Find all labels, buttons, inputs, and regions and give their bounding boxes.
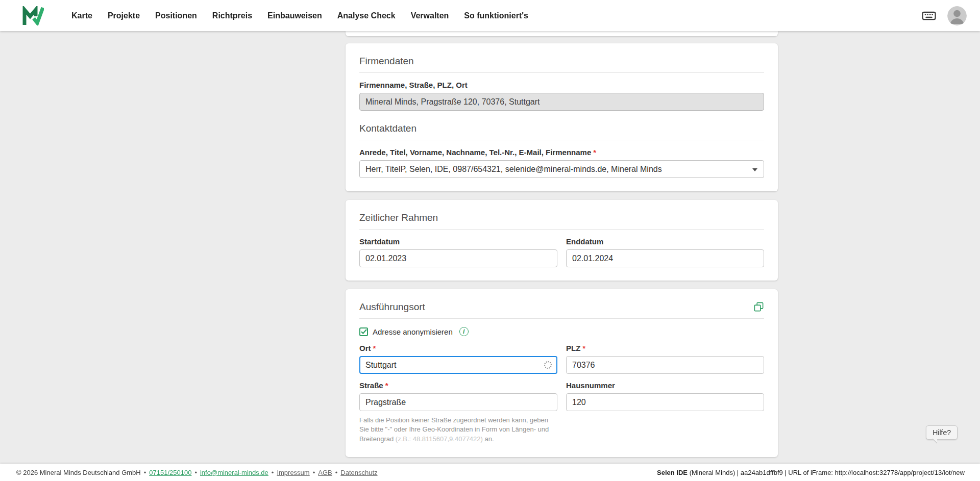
navbar-right bbox=[921, 6, 967, 26]
plz-label-text: PLZ bbox=[566, 344, 580, 352]
zeitraum-title: Zeitlicher Rahmen bbox=[359, 212, 764, 230]
ort-field: Ort* bbox=[359, 344, 557, 374]
terminal-icon[interactable] bbox=[921, 8, 937, 24]
nav-item-richtpreis[interactable]: Richtpreis bbox=[212, 11, 252, 20]
info-icon[interactable]: i bbox=[459, 327, 469, 336]
firmenname-readonly-field: Mineral Minds, Pragstraße 120, 70376, St… bbox=[359, 93, 764, 111]
anonymize-label: Adresse anonymisieren bbox=[373, 327, 453, 336]
strasse-hint: Falls die Position keiner Straße zugeord… bbox=[359, 416, 557, 444]
footer-phone-link[interactable]: 07151/250100 bbox=[149, 469, 191, 476]
partial-card-top bbox=[346, 31, 778, 36]
kontakt-label-text: Anrede, Titel, Vorname, Nachname, Tel.-N… bbox=[359, 148, 591, 157]
strasse-input[interactable] bbox=[359, 393, 557, 411]
help-button[interactable]: Hilfe? bbox=[926, 425, 958, 440]
enddatum-input[interactable] bbox=[566, 249, 764, 267]
footer-left: © 2026 Mineral Minds Deutschland GmbH • … bbox=[16, 469, 378, 476]
anonymize-checkbox[interactable] bbox=[359, 327, 368, 336]
nav-item-analyse-check[interactable]: Analyse Check bbox=[337, 11, 396, 20]
nav-item-einbauweisen[interactable]: Einbauweisen bbox=[267, 11, 322, 20]
hint-example: (z.B.: 48.8115607,9.4077422) bbox=[396, 435, 483, 443]
footer-email-link[interactable]: info@mineral-minds.de bbox=[200, 469, 268, 476]
chevron-down-icon bbox=[752, 168, 757, 171]
plz-label: PLZ* bbox=[566, 344, 764, 352]
hint-suffix: an. bbox=[483, 435, 494, 443]
footer-impressum-link[interactable]: Impressum bbox=[277, 469, 309, 476]
kontakt-select-value: Herr, TitelP, Selen, IDE, 0987/654321, s… bbox=[365, 165, 662, 174]
startdatum-input[interactable] bbox=[359, 249, 557, 267]
main-nav: Karte Projekte Positionen Richtpreis Ein… bbox=[71, 11, 528, 20]
firmenname-label-text: Firmenname, Straße, PLZ, Ort bbox=[359, 81, 468, 89]
footer-separator: • bbox=[194, 469, 197, 476]
startdatum-field: Startdatum bbox=[359, 237, 557, 267]
plz-input[interactable] bbox=[566, 356, 764, 374]
top-navbar: Karte Projekte Positionen Richtpreis Ein… bbox=[0, 0, 980, 31]
required-marker: * bbox=[593, 148, 596, 157]
user-avatar-icon[interactable] bbox=[947, 6, 967, 26]
enddatum-field: Enddatum bbox=[566, 237, 764, 267]
kontakt-label: Anrede, Titel, Vorname, Nachname, Tel.-N… bbox=[359, 148, 764, 157]
nav-item-so-funktionierts[interactable]: So funktioniert's bbox=[464, 11, 528, 20]
ort-label-text: Ort bbox=[359, 344, 371, 352]
card-firmendaten: Firmendaten Firmenname, Straße, PLZ, Ort… bbox=[346, 43, 778, 191]
startdatum-label: Startdatum bbox=[359, 237, 557, 246]
footer-session-detail: (Mineral Minds) | aa24ab1dffbf9 | URL of… bbox=[688, 469, 965, 476]
ausfuehrungsort-title: Ausführungsort bbox=[359, 301, 425, 313]
footer: © 2026 Mineral Minds Deutschland GmbH • … bbox=[0, 464, 980, 481]
nav-item-karte[interactable]: Karte bbox=[71, 11, 92, 20]
footer-session-info: Selen IDE (Mineral Minds) | aa24ab1dffbf… bbox=[657, 469, 965, 476]
footer-datenschutz-link[interactable]: Datenschutz bbox=[340, 469, 377, 476]
kontakt-select[interactable]: Herr, TitelP, Selen, IDE, 0987/654321, s… bbox=[359, 160, 764, 178]
content-area: Firmendaten Firmenname, Straße, PLZ, Ort… bbox=[0, 31, 980, 464]
check-icon bbox=[361, 329, 367, 334]
hausnummer-label: Hausnummer bbox=[566, 381, 764, 390]
card-ausfuehrungsort: Ausführungsort Adresse anonymisieren i bbox=[346, 289, 778, 457]
hausnummer-field: Hausnummer bbox=[566, 381, 764, 444]
footer-session-user: Selen IDE bbox=[657, 469, 688, 476]
strasse-field: Straße* Falls die Position keiner Straße… bbox=[359, 381, 557, 444]
anonymize-row: Adresse anonymisieren i bbox=[359, 327, 764, 336]
strasse-label: Straße* bbox=[359, 381, 557, 390]
form-column: Firmendaten Firmenname, Straße, PLZ, Ort… bbox=[346, 31, 778, 464]
nav-item-positionen[interactable]: Positionen bbox=[155, 11, 197, 20]
footer-separator: • bbox=[272, 469, 274, 476]
hausnummer-input[interactable] bbox=[566, 393, 764, 411]
nav-item-verwalten[interactable]: Verwalten bbox=[411, 11, 449, 20]
strasse-label-text: Straße bbox=[359, 381, 383, 390]
required-marker: * bbox=[385, 381, 388, 390]
copy-icon[interactable] bbox=[753, 301, 764, 312]
footer-copyright: © 2026 Mineral Minds Deutschland GmbH bbox=[16, 469, 141, 476]
required-marker: * bbox=[373, 344, 376, 352]
footer-separator: • bbox=[144, 469, 146, 476]
enddatum-label: Enddatum bbox=[566, 237, 764, 246]
footer-separator: • bbox=[335, 469, 338, 476]
plz-field: PLZ* bbox=[566, 344, 764, 374]
ort-label: Ort* bbox=[359, 344, 557, 352]
ausfuehrungsort-title-row: Ausführungsort bbox=[359, 301, 764, 319]
footer-agb-link[interactable]: AGB bbox=[318, 469, 332, 476]
app-logo-icon[interactable] bbox=[22, 6, 44, 26]
ort-input[interactable] bbox=[359, 356, 557, 374]
firmendaten-title: Firmendaten bbox=[359, 56, 764, 73]
footer-separator: • bbox=[313, 469, 315, 476]
required-marker: * bbox=[582, 344, 585, 352]
card-zeitlicher-rahmen: Zeitlicher Rahmen Startdatum Enddatum bbox=[346, 200, 778, 281]
firmenname-label: Firmenname, Straße, PLZ, Ort bbox=[359, 81, 764, 89]
nav-item-projekte[interactable]: Projekte bbox=[108, 11, 140, 20]
loading-spinner-icon bbox=[544, 361, 552, 369]
kontaktdaten-title: Kontaktdaten bbox=[359, 123, 764, 140]
